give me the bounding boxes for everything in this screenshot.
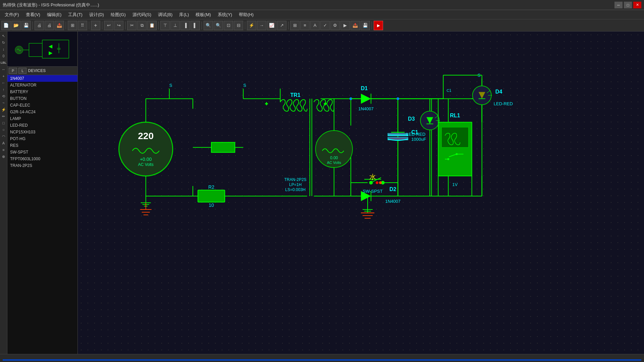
device-item-pothg[interactable]: POT-HG	[7, 135, 77, 142]
pencil-tool[interactable]: ✏	[1, 113, 7, 119]
device-item-tfpt0603l1000[interactable]: TFPT0603L1000	[7, 156, 77, 162]
menu-item-m[interactable]: 模板(M)	[192, 10, 214, 19]
print-button[interactable]: 🖨	[45, 21, 54, 30]
zoom-fit-button[interactable]: ⊟	[234, 21, 243, 30]
mirror2-tool[interactable]: ↔	[1, 66, 7, 72]
minimize-button[interactable]: ─	[614, 2, 623, 8]
close-button[interactable]: ✕	[633, 2, 641, 8]
print-preview-button[interactable]: 🖨	[35, 21, 44, 30]
device-item-button[interactable]: BUTTON	[7, 95, 77, 102]
up-tool[interactable]: ↑	[1, 86, 7, 93]
menu-item-y[interactable]: 系统(Y)	[214, 10, 235, 19]
probe-button[interactable]: ⚡	[247, 21, 256, 30]
menu-item-l[interactable]: 库(L)	[176, 10, 192, 19]
left-panel: P L DEVICES 1N4007ALTERNATORBATTERYBUTTO…	[7, 32, 78, 354]
plus-tool[interactable]: +	[1, 73, 7, 79]
arc-tool[interactable]: ◠	[1, 133, 7, 139]
menu-item-d[interactable]: 设计(D)	[86, 10, 107, 19]
script-tool[interactable]: ≡	[1, 147, 7, 153]
dot-grid-button[interactable]: ⠿	[78, 21, 87, 30]
device-item-ledred[interactable]: LED-RED	[7, 122, 77, 129]
device-item-swspst[interactable]: SW-SPST	[7, 149, 77, 156]
device-item-res[interactable]: RES	[7, 142, 77, 149]
paste-button[interactable]: 📋	[147, 21, 157, 30]
left-tool[interactable]: ←	[1, 80, 7, 86]
toolbar-sep-9	[288, 21, 288, 29]
export-button[interactable]: 📤	[55, 21, 64, 30]
wrap-tool[interactable]: ⟲	[1, 93, 7, 99]
svg-rect-63	[198, 190, 225, 202]
snap-bottom-button[interactable]: ⊥	[170, 21, 180, 30]
copy-button[interactable]: ⧉	[137, 21, 147, 30]
svg-text:TRAN-2P2S: TRAN-2P2S	[284, 177, 307, 182]
svg-text:C1: C1	[447, 88, 451, 93]
electrical-check-button[interactable]: ✓	[320, 21, 330, 30]
bom-button[interactable]: ≡	[300, 21, 310, 30]
menu-item-f[interactable]: 文件(F)	[1, 10, 22, 19]
device-item-g2r14ac24[interactable]: G2R-14-AC24	[7, 109, 77, 115]
device-item-1n4007[interactable]: 1N4007	[7, 75, 77, 82]
open-button[interactable]: 📂	[11, 21, 21, 30]
zoom-in-button[interactable]: 🔍	[204, 21, 213, 30]
rotate-tool[interactable]: ↻	[1, 40, 7, 46]
device-item-lamp[interactable]: LAMP	[7, 115, 77, 122]
netlist-button[interactable]: ⊞	[290, 21, 300, 30]
select-tool[interactable]: ↖	[1, 33, 7, 39]
menu-item-s[interactable]: 源代码(S)	[129, 10, 155, 19]
oscilloscope-button[interactable]: 📈	[267, 21, 276, 30]
align-right-button[interactable]: ▌	[191, 21, 200, 30]
rect-tool[interactable]: □	[1, 120, 7, 126]
device-item-alternator[interactable]: ALTERNATOR	[7, 82, 77, 88]
menu-item-t[interactable]: 工具(T)	[65, 10, 86, 19]
toolbar-sep-4	[102, 21, 102, 29]
save-button[interactable]: 💾	[21, 21, 31, 30]
new-button[interactable]: 📄	[1, 21, 11, 30]
toolbar-sep-8	[245, 21, 245, 29]
trace-tool[interactable]: ⚡	[1, 107, 7, 113]
svg-text:1000uF: 1000uF	[411, 137, 426, 142]
text-tool[interactable]: A	[1, 140, 7, 146]
toolbar: 📄 📂 💾 🖨 🖨 📤 ⊞ ⠿ + ↩ ↪ ✂ ⧉ 📋 ⊤ ⊥ ▐ ▌ 🔍 🔍 …	[0, 19, 644, 32]
snap-top-button[interactable]: ⊤	[160, 21, 170, 30]
annotate-button[interactable]: A	[310, 21, 320, 30]
number-tool: 0	[1, 53, 7, 59]
svg-point-57	[119, 122, 173, 176]
align-left-button[interactable]: ▐	[180, 21, 190, 30]
device-item-battery[interactable]: BATTERY	[7, 88, 77, 95]
l-button[interactable]: L	[18, 68, 26, 74]
pointer-button[interactable]: ↗	[277, 21, 286, 30]
restore-button[interactable]: □	[624, 2, 632, 8]
zoom-out-button[interactable]: 🔍	[214, 21, 223, 30]
add-tool[interactable]: ⊕	[1, 154, 7, 160]
grid-button[interactable]: ⊞	[68, 21, 77, 30]
add-component-button[interactable]: +	[91, 21, 100, 30]
menu-item-v[interactable]: 查看(V)	[22, 10, 44, 19]
svg-text:AC Volts: AC Volts	[138, 162, 154, 167]
wire-probe-button[interactable]: →	[257, 21, 266, 30]
svg-point-172	[396, 97, 399, 100]
undo-button[interactable]: ↩	[104, 21, 113, 30]
mirror-tool[interactable]: ↕	[1, 46, 7, 52]
menu-item-g[interactable]: 绘图(G)	[107, 10, 129, 19]
lbl-tool[interactable]: LBL	[1, 60, 7, 66]
cut-button[interactable]: ✂	[127, 21, 137, 30]
export3-button[interactable]: 💾	[361, 21, 370, 30]
device-item-tran2p2s[interactable]: TRAN-2P2S	[7, 162, 77, 169]
menu-item-b[interactable]: 调试(B)	[155, 10, 176, 19]
export2-button[interactable]: 📤	[351, 21, 360, 30]
circle-tool[interactable]: ○	[1, 127, 7, 133]
menu-item-h[interactable]: 帮助(H)	[235, 10, 257, 19]
device-item-capelec[interactable]: CAP-ELEC	[7, 102, 77, 109]
device-item-ncp15xh103[interactable]: NCP15XH103	[7, 129, 77, 135]
p-button[interactable]: P	[9, 68, 17, 74]
compile-button[interactable]: ⚙	[330, 21, 340, 30]
svg-text:220: 220	[138, 131, 154, 141]
run-led-button[interactable]: ▶	[374, 21, 383, 30]
zoom-area-button[interactable]: ⊡	[224, 21, 233, 30]
menu-item-e[interactable]: 编辑(E)	[44, 10, 65, 19]
device-list[interactable]: 1N4007ALTERNATORBATTERYBUTTONCAP-ELECG2R…	[7, 75, 77, 354]
canvas-area[interactable]: 220 +0.00 AC Volts R2 10 S S TR1	[78, 32, 644, 354]
simulate-button[interactable]: ▶	[340, 21, 350, 30]
wave-tool[interactable]: ~	[1, 100, 7, 106]
redo-button[interactable]: ↪	[114, 21, 123, 30]
